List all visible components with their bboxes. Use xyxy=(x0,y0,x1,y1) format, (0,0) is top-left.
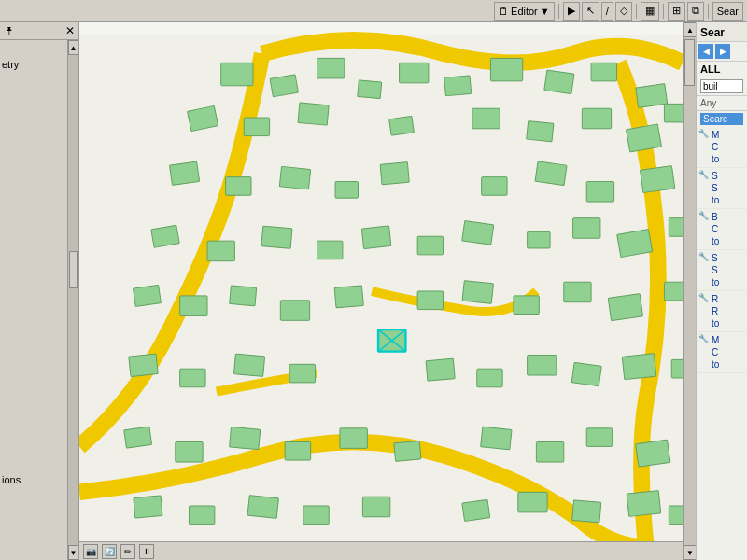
svg-rect-34 xyxy=(417,236,443,255)
edit-icon[interactable]: ✏ xyxy=(120,544,135,559)
svg-rect-8 xyxy=(544,70,574,93)
search-panel-button[interactable]: Sear xyxy=(712,2,743,21)
left-panel-scrollbar: ▲ ▼ xyxy=(67,40,78,560)
svg-rect-69 xyxy=(394,441,421,461)
svg-rect-27 xyxy=(586,182,613,203)
map-scroll-down-btn[interactable]: ▼ xyxy=(684,545,697,560)
map-scroll-track[interactable] xyxy=(684,37,696,545)
svg-rect-82 xyxy=(627,491,661,517)
main-area: 🖈 ✕ etry ions ▲ ▼ xyxy=(0,22,747,560)
scroll-track[interactable] xyxy=(68,55,78,545)
svg-rect-6 xyxy=(444,76,472,96)
svg-rect-19 xyxy=(664,104,683,122)
svg-rect-65 xyxy=(176,442,203,463)
svg-rect-15 xyxy=(472,108,500,129)
search-input[interactable] xyxy=(700,79,743,93)
svg-rect-40 xyxy=(133,285,161,306)
back-button[interactable]: ◀ xyxy=(698,44,713,59)
svg-rect-74 xyxy=(134,496,162,518)
select-tool-button[interactable]: ▶ xyxy=(563,2,580,21)
forward-button[interactable]: ▶ xyxy=(715,44,730,59)
tool-c-icon: ◇ xyxy=(620,5,627,17)
map-canvas xyxy=(79,22,683,560)
tool-f-icon: ⧉ xyxy=(692,5,699,17)
svg-rect-29 xyxy=(151,225,179,247)
tool-e[interactable]: ⊞ xyxy=(668,2,685,21)
svg-rect-64 xyxy=(124,427,152,448)
scroll-up-btn[interactable]: ▲ xyxy=(68,40,79,55)
pause-icon[interactable]: ⏸ xyxy=(139,544,154,559)
editor-dropdown-arrow: ▼ xyxy=(540,6,550,17)
result-item-2[interactable]: SSto xyxy=(697,168,747,209)
svg-rect-35 xyxy=(462,221,494,245)
svg-rect-16 xyxy=(527,121,554,142)
result-item-4[interactable]: SSto xyxy=(697,250,747,291)
svg-rect-31 xyxy=(261,226,292,248)
camera-icon[interactable]: 📷 xyxy=(83,544,98,559)
result-item-6[interactable]: MCto xyxy=(697,332,747,373)
toolbar-separator-2 xyxy=(636,4,637,19)
toolbar-separator-3 xyxy=(663,4,664,19)
search-button[interactable]: Searc xyxy=(700,113,743,125)
svg-rect-18 xyxy=(626,124,661,152)
svg-rect-33 xyxy=(361,226,390,248)
scroll-thumb xyxy=(69,251,78,288)
svg-rect-78 xyxy=(362,497,389,517)
svg-rect-53 xyxy=(664,282,683,301)
svg-rect-17 xyxy=(582,108,611,129)
search-nav: ◀ ▶ xyxy=(697,42,747,62)
svg-rect-79 xyxy=(462,499,490,521)
svg-rect-22 xyxy=(279,166,310,189)
map-area[interactable]: 📷 🔄 ✏ ⏸ xyxy=(79,22,683,560)
refresh-icon[interactable]: 🔄 xyxy=(102,544,117,559)
svg-rect-30 xyxy=(207,241,234,261)
svg-rect-14 xyxy=(389,116,415,135)
svg-rect-49 xyxy=(462,281,493,304)
svg-rect-2 xyxy=(270,75,298,97)
svg-rect-44 xyxy=(334,286,363,308)
tool-a[interactable]: ↖ xyxy=(582,2,599,21)
svg-rect-43 xyxy=(280,301,309,321)
svg-rect-68 xyxy=(340,428,367,449)
pin-icon[interactable]: 🖈 xyxy=(4,24,15,37)
close-icon[interactable]: ✕ xyxy=(65,24,75,37)
map-vertical-scrollbar: ▲ ▼ xyxy=(683,22,696,560)
svg-rect-73 xyxy=(636,440,670,467)
svg-rect-71 xyxy=(536,442,563,463)
svg-rect-75 xyxy=(189,506,214,525)
result-item-1[interactable]: MCto xyxy=(697,127,747,168)
result-item-3[interactable]: BCto xyxy=(697,209,747,250)
svg-rect-26 xyxy=(535,161,567,186)
svg-rect-20 xyxy=(170,161,200,185)
svg-rect-24 xyxy=(380,162,409,185)
svg-rect-72 xyxy=(586,428,612,447)
svg-rect-25 xyxy=(482,177,507,196)
search-panel-title: Sear xyxy=(697,22,747,42)
geometry-label: etry xyxy=(2,59,19,70)
svg-rect-9 xyxy=(591,63,616,81)
svg-rect-21 xyxy=(226,177,251,196)
svg-rect-3 xyxy=(317,58,344,78)
scroll-down-btn[interactable]: ▼ xyxy=(68,545,79,560)
svg-rect-80 xyxy=(518,492,547,512)
tool-d[interactable]: ▦ xyxy=(641,2,659,21)
svg-rect-62 xyxy=(622,354,656,380)
svg-rect-59 xyxy=(477,369,502,387)
tool-f[interactable]: ⧉ xyxy=(687,2,704,21)
map-scroll-up-btn[interactable]: ▲ xyxy=(684,22,697,37)
svg-rect-57 xyxy=(289,364,315,383)
result-item-5[interactable]: RRto xyxy=(697,291,747,332)
svg-rect-38 xyxy=(617,229,653,257)
tool-e-icon: ⊞ xyxy=(672,5,681,17)
search-btn-label: Searc xyxy=(703,114,727,124)
tool-c[interactable]: ◇ xyxy=(615,2,632,21)
search-label: Sear xyxy=(717,6,739,17)
svg-rect-61 xyxy=(571,362,601,385)
editor-button[interactable]: 🗒 Editor ▼ xyxy=(494,2,555,21)
svg-rect-10 xyxy=(636,84,668,108)
svg-rect-56 xyxy=(234,354,265,376)
svg-rect-42 xyxy=(230,286,257,306)
right-panel: Sear ◀ ▶ ALL Any Searc MCto SSto BCto SS… xyxy=(696,22,747,560)
svg-rect-66 xyxy=(230,427,261,449)
tool-b[interactable]: / xyxy=(601,2,613,21)
